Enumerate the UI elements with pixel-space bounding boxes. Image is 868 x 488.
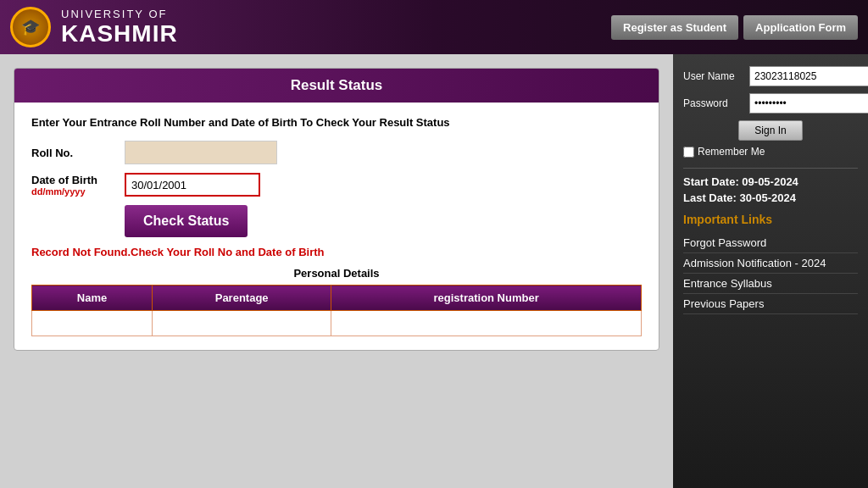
divider-1 bbox=[683, 168, 858, 169]
university-title: UNIVERSITY OF KASHMIR bbox=[61, 8, 601, 47]
username-row: User Name bbox=[683, 66, 858, 86]
register-student-button[interactable]: Register as Student bbox=[611, 15, 738, 40]
table-header-row: Name Parentage registration Number bbox=[32, 286, 642, 311]
result-card-body: Enter Your Entrance Roll Number and Date… bbox=[14, 103, 659, 350]
password-input[interactable] bbox=[749, 93, 868, 114]
previous-papers-link[interactable]: Previous Papers bbox=[683, 294, 858, 314]
application-form-button[interactable]: Application Form bbox=[743, 15, 858, 40]
dob-label-container: Date of Birth dd/mm/yyyy bbox=[31, 174, 116, 197]
dob-label: Date of Birth bbox=[31, 174, 116, 186]
title-main-line: KASHMIR bbox=[61, 20, 601, 47]
roll-label: Roll No. bbox=[31, 147, 116, 159]
password-label: Password bbox=[683, 97, 744, 109]
dob-input[interactable] bbox=[125, 173, 260, 197]
error-message: Record Not Found.Check Your Roll No and … bbox=[31, 246, 642, 258]
personal-details-title: Personal Details bbox=[31, 267, 642, 280]
right-sidebar: User Name Password Sign In Remember Me S… bbox=[673, 54, 868, 488]
main-layout: Result Status Enter Your Entrance Roll N… bbox=[0, 54, 868, 488]
col-name: Name bbox=[32, 286, 153, 311]
username-label: User Name bbox=[683, 70, 744, 82]
forgot-password-link[interactable]: Forgot Password bbox=[683, 233, 858, 253]
remember-me-row: Remember Me bbox=[683, 146, 858, 158]
roll-number-row: Roll No. bbox=[31, 141, 642, 164]
important-links-title: Important Links bbox=[683, 213, 858, 226]
result-title: Result Status bbox=[291, 77, 383, 93]
dob-hint: dd/mm/yyyy bbox=[31, 186, 116, 197]
admission-notification-link[interactable]: Admission Notification - 2024 bbox=[683, 253, 858, 274]
details-table: Name Parentage registration Number bbox=[31, 285, 642, 336]
header-nav: Register as Student Application Form bbox=[611, 15, 858, 40]
remember-me-label: Remember Me bbox=[698, 146, 765, 158]
sign-in-button[interactable]: Sign In bbox=[738, 120, 802, 141]
last-date: Last Date: 30-05-2024 bbox=[683, 191, 858, 204]
left-content: Result Status Enter Your Entrance Roll N… bbox=[0, 54, 673, 488]
start-date: Start Date: 09-05-2024 bbox=[683, 175, 858, 188]
col-registration: registration Number bbox=[331, 286, 642, 311]
entrance-syllabus-link[interactable]: Entrance Syllabus bbox=[683, 274, 858, 294]
header: 🎓 UNIVERSITY OF KASHMIR Register as Stud… bbox=[0, 0, 868, 54]
table-row bbox=[32, 311, 642, 336]
instruction-text: Enter Your Entrance Roll Number and Date… bbox=[31, 116, 642, 129]
username-input[interactable] bbox=[749, 66, 868, 86]
password-row: Password bbox=[683, 93, 858, 114]
remember-me-checkbox[interactable] bbox=[683, 147, 694, 158]
col-parentage: Parentage bbox=[153, 286, 331, 311]
university-logo: 🎓 bbox=[10, 7, 51, 47]
check-status-button[interactable]: Check Status bbox=[125, 205, 248, 237]
result-card: Result Status Enter Your Entrance Roll N… bbox=[14, 68, 659, 351]
title-top-line: UNIVERSITY OF bbox=[61, 8, 601, 20]
result-card-header: Result Status bbox=[14, 69, 659, 103]
roll-number-input[interactable] bbox=[125, 141, 277, 164]
dob-row: Date of Birth dd/mm/yyyy bbox=[31, 173, 642, 197]
